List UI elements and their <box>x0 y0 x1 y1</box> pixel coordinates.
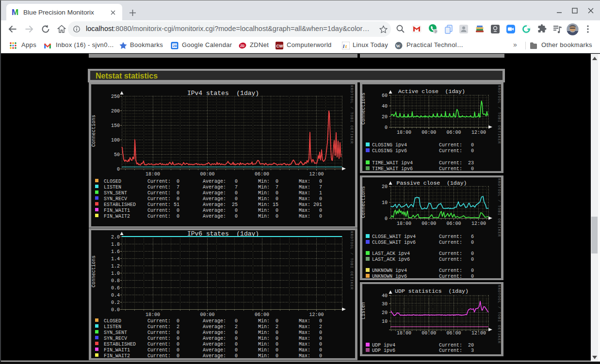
svg-text:RRDTOOL / TOBI OETIKER: RRDTOOL / TOBI OETIKER <box>497 178 501 237</box>
svg-text:18:00: 18:00 <box>146 172 160 177</box>
svg-text:06:00: 06:00 <box>255 312 269 317</box>
svg-text:12:00: 12:00 <box>471 221 486 226</box>
svg-text:10: 10 <box>382 319 388 324</box>
svg-text:Active close (1day): Active close (1day) <box>398 88 465 95</box>
svg-text:1.6: 1.6 <box>111 249 120 254</box>
svg-text:UDP statistics (1day): UDP statistics (1day) <box>395 288 469 294</box>
svg-text:UNKNOWN ipv6 Current: UNKNOWN ipv6 Current: 0 <box>372 274 474 279</box>
svg-text:06:00: 06:00 <box>255 172 269 177</box>
svg-text:Connections: Connections <box>91 255 97 287</box>
svg-text:00:00: 00:00 <box>200 172 214 177</box>
svg-text:0: 0 <box>117 167 120 172</box>
svg-text:18:00: 18:00 <box>397 221 411 226</box>
svg-text:Connections: Connections <box>361 93 366 125</box>
svg-text:FIN_WAIT2 Current: 0: FIN_WAIT2 Current: 0 Average: 0 Min: 0 M… <box>104 353 322 359</box>
svg-text:CLOSED Current: 0: CLOSED Current: 0 Average: 0 Min: 0 Max:… <box>104 179 322 184</box>
svg-text:Netstat statistics: Netstat statistics <box>96 72 158 80</box>
svg-text:CLOSE_WAIT ipv4 Current: CLOSE_WAIT ipv4 Current: 6 <box>372 234 474 239</box>
svg-text:CW: CW <box>276 44 283 48</box>
svg-text:SYN_SENT Current: 0: SYN_SENT Current: 0 Average: 0 Min: 0 Ma… <box>104 330 322 335</box>
svg-text:100: 100 <box>111 138 120 143</box>
svg-text:CLOSING ipv4 Current: CLOSING ipv4 Current: 0 <box>372 142 474 148</box>
svg-text:18:00: 18:00 <box>397 331 411 336</box>
svg-text:LAST_ACK ipv4 Current: LAST_ACK ipv4 Current: 0 <box>372 251 474 256</box>
svg-text:28: 28 <box>173 44 177 48</box>
svg-text:Listen: Listen <box>361 302 366 319</box>
svg-text:18:00: 18:00 <box>146 312 160 317</box>
svg-text:RRDTOOL / TOBI OETIKER: RRDTOOL / TOBI OETIKER <box>350 231 354 290</box>
svg-text:FIN_WAIT1 Current: 0: FIN_WAIT1 Current: 0 Average: 0 Min: 0 M… <box>104 208 322 213</box>
svg-text:Passive close (1day): Passive close (1day) <box>397 180 467 186</box>
svg-text:ZD: ZD <box>240 44 244 47</box>
svg-text:0.2: 0.2 <box>111 300 120 305</box>
svg-text:1.2: 1.2 <box>111 264 120 269</box>
svg-text:0: 0 <box>385 125 388 130</box>
svg-text:IPv4 states (1day): IPv4 states (1day) <box>187 90 259 97</box>
svg-text:0.6: 0.6 <box>111 285 120 291</box>
svg-text:200: 200 <box>111 109 120 114</box>
svg-text:00:00: 00:00 <box>422 130 436 135</box>
svg-text:00:00: 00:00 <box>422 221 436 226</box>
svg-text:40: 40 <box>382 293 388 299</box>
svg-text:0.0: 0.0 <box>111 307 120 313</box>
svg-text:1.8: 1.8 <box>111 242 120 247</box>
svg-text:UDP ipv4 Current: UDP ipv4 Current: 20 <box>372 343 474 348</box>
svg-text:UNKNOWN ipv4 Current: UNKNOWN ipv4 Current: 0 <box>372 268 474 273</box>
svg-text:20: 20 <box>382 114 388 120</box>
svg-text:0.8: 0.8 <box>111 278 120 284</box>
svg-text:00:00: 00:00 <box>422 331 436 336</box>
svg-text:Connections: Connections <box>91 115 97 147</box>
svg-text:0: 0 <box>385 216 388 222</box>
svg-text:250: 250 <box>111 94 120 99</box>
svg-text:RRDTOOL / TOBI OETIKER: RRDTOOL / TOBI OETIKER <box>350 85 354 144</box>
svg-text:60: 60 <box>382 93 388 98</box>
svg-text:FIN_WAIT1 Current: 0: FIN_WAIT1 Current: 0 Average: 0 Min: 0 M… <box>104 348 322 353</box>
svg-text:SYN_RECV Current: 0: SYN_RECV Current: 0 Average: 0 Min: 0 Ma… <box>104 196 322 202</box>
svg-text:0.4: 0.4 <box>111 293 120 298</box>
svg-text:30: 30 <box>382 301 388 307</box>
svg-text:12:00: 12:00 <box>471 130 486 135</box>
svg-text:12:00: 12:00 <box>309 312 324 317</box>
svg-text:10: 10 <box>382 200 388 206</box>
svg-text:ESTABLISHED Current: 0: ESTABLISHED Current: 0 Average: 0 Min: 0… <box>104 342 322 347</box>
svg-text:20: 20 <box>382 184 388 190</box>
svg-text:12:00: 12:00 <box>471 331 486 336</box>
svg-text:40: 40 <box>382 104 388 109</box>
svg-text:150: 150 <box>111 123 120 128</box>
svg-text:SYN_RECV Current: 0: SYN_RECV Current: 0 Average: 0 Min: 0 Ma… <box>104 336 322 341</box>
svg-text:TIME_WAIT ipv6 Current: TIME_WAIT ipv6 Current: 0 <box>372 166 474 172</box>
svg-text:20: 20 <box>382 310 388 316</box>
svg-text:12:00: 12:00 <box>309 172 324 177</box>
svg-text:LISTEN Current: 7: LISTEN Current: 7 Average: 7 Min: 7 Max:… <box>104 185 322 190</box>
svg-text:18:00: 18:00 <box>397 130 411 135</box>
svg-text:50: 50 <box>114 152 120 158</box>
svg-text:LAST_ACK ipv6 Current: LAST_ACK ipv6 Current: 0 <box>372 257 474 262</box>
svg-text:CLOSING ipv6 Current: CLOSING ipv6 Current: 0 <box>372 148 474 154</box>
svg-text:06:00: 06:00 <box>447 331 461 336</box>
svg-text:W: W <box>396 44 400 48</box>
svg-text:TIME_WAIT ipv4 Current: TIME_WAIT ipv4 Current: 23 <box>372 160 474 166</box>
svg-text:Connections: Connections <box>361 186 366 218</box>
svg-text:06:00: 06:00 <box>447 221 461 226</box>
svg-text:06:00: 06:00 <box>447 130 461 135</box>
svg-text:FIN_WAIT2 Current: 0: FIN_WAIT2 Current: 0 Average: 0 Min: 0 M… <box>104 214 322 219</box>
svg-text:RRDTOOL / TOBI OETIKER: RRDTOOL / TOBI OETIKER <box>497 85 501 144</box>
svg-text:CLOSE_WAIT ipv6 Current: CLOSE_WAIT ipv6 Current: 0 <box>372 240 474 245</box>
svg-text:ESTABLISHED Current: 51: ESTABLISHED Current: 51 Average: 25 Min:… <box>104 202 322 207</box>
svg-text:00:00: 00:00 <box>200 312 214 317</box>
svg-text:1.4: 1.4 <box>111 256 120 262</box>
svg-text:2.0: 2.0 <box>111 235 120 240</box>
svg-text:SYN_SENT Current: 0: SYN_SENT Current: 0 Average: 0 Min: 0 Ma… <box>104 190 322 196</box>
svg-text:?: ? <box>435 30 437 34</box>
svg-text:LISTEN Current: 2: LISTEN Current: 2 Average: 2 Min: 2 Max:… <box>104 324 322 330</box>
svg-text:UDP ipv6 Current: UDP ipv6 Current: 3 <box>372 348 474 353</box>
svg-text:RRDTOOL / TOBI OETIKER: RRDTOOL / TOBI OETIKER <box>497 285 501 344</box>
svg-text:CLOSED Current: 0: CLOSED Current: 0 Average: 0 Min: 0 Max:… <box>104 318 322 324</box>
svg-text:1.0: 1.0 <box>111 271 120 276</box>
